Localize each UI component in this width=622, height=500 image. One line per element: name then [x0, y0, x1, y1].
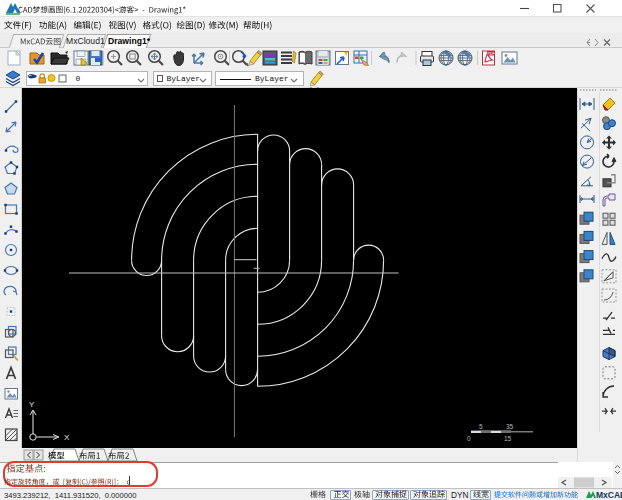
svg-text:35: 35 [506, 423, 514, 430]
svg-text:15: 15 [504, 435, 512, 442]
svg-text:5: 5 [479, 423, 483, 430]
svg-text:X: X [64, 433, 70, 442]
svg-text:Y: Y [29, 400, 35, 409]
svg-text:0: 0 [467, 435, 471, 442]
